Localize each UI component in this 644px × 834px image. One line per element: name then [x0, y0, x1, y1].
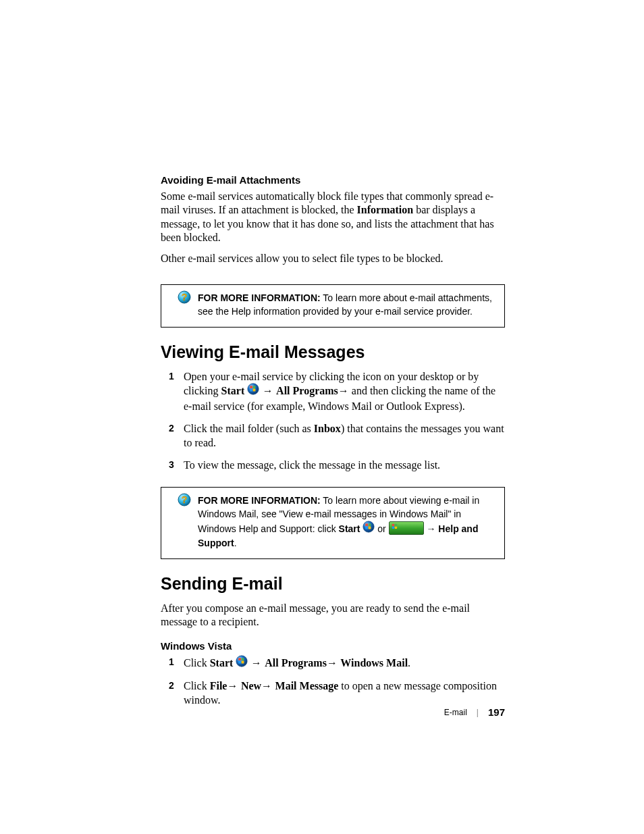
heading-sending: Sending E-mail	[161, 574, 505, 594]
bold-start: Start	[339, 523, 360, 533]
arrow-icon: →	[338, 385, 349, 396]
vista-start-button-icon	[389, 521, 424, 535]
svg-rect-6	[253, 389, 256, 392]
list-item: 1 Click Start → All Programs→ Windows Ma…	[169, 656, 505, 672]
step-number: 3	[169, 459, 174, 471]
page-footer: E-mail | 197	[161, 706, 505, 718]
bold-all-programs: All Programs	[265, 656, 327, 668]
svg-rect-12	[366, 526, 369, 529]
list-item: 2 Click the mail folder (such as Inbox) …	[169, 422, 505, 450]
text: .	[234, 538, 237, 548]
start-orb-icon	[247, 383, 259, 399]
svg-rect-4	[253, 386, 256, 389]
arrow-icon: →	[248, 656, 265, 668]
svg-rect-14	[392, 524, 394, 526]
arrow-icon: →	[227, 680, 240, 692]
text: Click the mail folder (such as	[184, 423, 314, 434]
bold-inbox: Inbox	[314, 423, 341, 434]
help-icon: ?	[178, 493, 191, 511]
svg-rect-20	[242, 658, 244, 660]
svg-rect-5	[250, 389, 252, 392]
svg-rect-13	[369, 526, 371, 529]
page-content: Avoiding E-mail Attachments Some e-mail …	[161, 174, 505, 716]
text: Click	[184, 680, 210, 692]
info-box: ? FOR MORE INFORMATION: To learn more ab…	[161, 487, 505, 558]
info-box: ? FOR MORE INFORMATION: To learn more ab…	[161, 284, 505, 327]
para-avoiding-1: Some e-mail services automatically block…	[161, 190, 505, 245]
svg-rect-19	[239, 658, 242, 660]
help-icon: ?	[178, 290, 191, 308]
steps-viewing: 1 Open your e-mail service by clicking t…	[169, 370, 505, 473]
svg-text:?: ?	[182, 494, 188, 505]
para-avoiding-2: Other e-mail services allow you to selec…	[161, 252, 505, 265]
step-number: 2	[169, 679, 174, 692]
text: or	[375, 523, 388, 533]
bold-file: File	[210, 680, 227, 692]
list-item: 1 Open your e-mail service by clicking t…	[169, 370, 505, 414]
step-number: 1	[169, 656, 174, 668]
bold-windows-mail: Windows Mail	[340, 656, 408, 668]
text: .	[408, 656, 410, 668]
subheading-vista: Windows Vista	[161, 640, 505, 652]
footer-separator: |	[477, 708, 479, 717]
text: To view the message, click the message i…	[184, 459, 440, 471]
heading-viewing: Viewing E-mail Messages	[161, 342, 505, 362]
svg-rect-10	[366, 523, 369, 526]
para-sending: After you compose an e-mail message, you…	[161, 602, 505, 629]
start-orb-icon	[236, 655, 248, 671]
step-number: 1	[169, 370, 174, 382]
steps-vista: 1 Click Start → All Programs→ Windows Ma…	[169, 656, 505, 708]
bold-new: New	[241, 680, 261, 692]
svg-rect-15	[394, 524, 396, 526]
info-lead: FOR MORE INFORMATION:	[198, 292, 321, 303]
svg-rect-17	[394, 527, 396, 529]
svg-rect-16	[392, 527, 394, 529]
text: Click	[184, 656, 210, 668]
svg-text:?: ?	[182, 292, 188, 303]
arrow-icon: →	[259, 385, 276, 396]
arrow-icon: →	[327, 656, 340, 668]
info-lead: FOR MORE INFORMATION:	[198, 495, 321, 506]
svg-rect-11	[369, 523, 371, 526]
list-item: 2 Click File→ New→ Mail Message to open …	[169, 679, 505, 708]
svg-rect-21	[239, 660, 242, 663]
subheading-avoiding: Avoiding E-mail Attachments	[161, 174, 505, 186]
bold-mail-message: Mail Message	[275, 680, 339, 692]
page-number: 197	[488, 706, 505, 718]
step-number: 2	[169, 422, 174, 434]
bold-start: Start	[221, 385, 245, 396]
footer-label: E-mail	[444, 708, 467, 717]
start-orb-icon	[363, 521, 375, 537]
arrow-icon: →	[424, 523, 439, 533]
arrow-icon: →	[261, 680, 275, 692]
svg-rect-22	[242, 660, 244, 663]
bold-start: Start	[210, 656, 234, 668]
bold-all-programs: All Programs	[276, 385, 338, 396]
svg-rect-3	[250, 386, 252, 389]
list-item: 3 To view the message, click the message…	[169, 459, 505, 473]
bold-information: Information	[357, 204, 414, 215]
